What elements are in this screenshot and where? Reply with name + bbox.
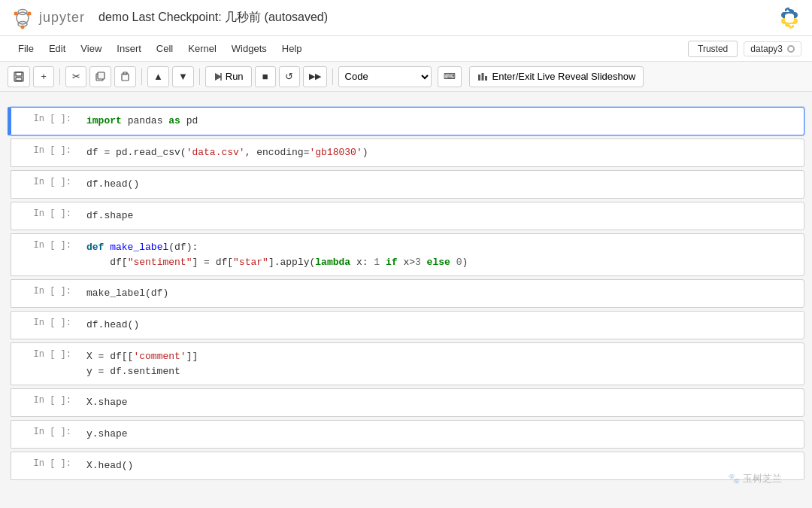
cell-row-9: In [ ]:y.shape: [11, 421, 804, 448]
cell-row-1: In [ ]:df = pd.read_csv('data.csv', enco…: [11, 139, 804, 166]
cell-4[interactable]: In [ ]:def make_label(df): df["sentiment…: [8, 233, 804, 276]
svg-rect-10: [16, 78, 22, 81]
cell-inner-0: In [ ]:import pandas as pd: [11, 107, 804, 135]
run-button[interactable]: Run: [205, 66, 252, 87]
svg-rect-9: [16, 72, 22, 76]
save-icon: [14, 71, 24, 82]
cell-inner-2: In [ ]:df.head(): [11, 170, 804, 199]
paste-icon: [120, 71, 130, 81]
cell-prompt-5: In [ ]:: [11, 280, 79, 303]
cell-7[interactable]: In [ ]:X = df[['comment']]y = df.sentime…: [8, 342, 804, 385]
menu-help[interactable]: Help: [274, 40, 310, 57]
cell-type-select[interactable]: Code Markdown Raw NBConvert: [338, 66, 432, 87]
cell-prompt-0: In [ ]:: [11, 108, 79, 130]
cell-prompt-8: In [ ]:: [11, 389, 79, 412]
svg-rect-18: [481, 73, 483, 81]
menu-file[interactable]: File: [11, 40, 41, 57]
cell-row-4: In [ ]:def make_label(df): df["sentiment…: [11, 234, 804, 275]
kernel-indicator: datapy3: [744, 41, 801, 56]
python-logo-icon: [777, 6, 801, 30]
run-icon: [214, 72, 223, 81]
separator-1: [59, 68, 60, 85]
cell-inner-6: In [ ]:df.head(): [11, 311, 804, 339]
menu-kernel[interactable]: Kernel: [180, 40, 224, 57]
code-line: X.head(): [86, 458, 796, 473]
cell-content-2[interactable]: df.head(): [79, 171, 804, 198]
menu-edit[interactable]: Edit: [41, 40, 73, 57]
cell-content-6[interactable]: df.head(): [79, 312, 804, 339]
notebook-title: demo Last Checkpoint: 几秒前 (autosaved): [98, 10, 777, 26]
cell-0[interactable]: In [ ]:import pandas as pd: [8, 107, 804, 135]
menu-cell[interactable]: Cell: [149, 40, 180, 57]
cell-6[interactable]: In [ ]:df.head(): [8, 311, 804, 339]
copy-button[interactable]: [89, 66, 111, 87]
cell-content-7[interactable]: X = df[['comment']]y = df.sentiment: [79, 343, 804, 385]
paste-button[interactable]: [114, 66, 136, 87]
svg-point-7: [790, 24, 792, 26]
cell-content-10[interactable]: X.head(): [79, 452, 804, 479]
keyboard-shortcuts-button[interactable]: ⌨: [438, 66, 462, 87]
code-line: df["sentiment"] = df["star"].apply(lambd…: [86, 255, 796, 270]
move-down-button[interactable]: ▼: [172, 66, 194, 87]
cell-inner-7: In [ ]:X = df[['comment']]y = df.sentime…: [11, 342, 804, 385]
separator-4: [332, 68, 333, 85]
cell-content-8[interactable]: X.shape: [79, 389, 804, 416]
code-line: y.shape: [86, 427, 796, 442]
cell-row-3: In [ ]:df.shape: [11, 202, 804, 230]
cell-content-5[interactable]: make_label(df): [79, 280, 804, 307]
svg-rect-17: [478, 75, 480, 81]
cell-2[interactable]: In [ ]:df.head(): [8, 170, 804, 199]
menubar: File Edit View Insert Cell Kernel Widget…: [0, 36, 812, 62]
trusted-button[interactable]: Trusted: [688, 41, 738, 57]
menubar-right: Trusted datapy3: [688, 41, 801, 57]
cell-inner-5: In [ ]:make_label(df): [11, 279, 804, 308]
cell-prompt-3: In [ ]:: [11, 202, 79, 225]
interrupt-button[interactable]: ■: [255, 66, 276, 87]
cell-content-1[interactable]: df = pd.read_csv('data.csv', encoding='g…: [79, 139, 804, 166]
kernel-status-circle: [787, 45, 795, 53]
svg-point-2: [17, 12, 29, 24]
copy-icon: [95, 71, 105, 81]
cell-content-3[interactable]: df.shape: [79, 202, 804, 230]
cell-row-7: In [ ]:X = df[['comment']]y = df.sentime…: [11, 343, 804, 385]
cell-prompt-2: In [ ]:: [11, 171, 79, 193]
code-line: make_label(df): [86, 286, 796, 301]
cell-5[interactable]: In [ ]:make_label(df): [8, 279, 804, 308]
menu-widgets[interactable]: Widgets: [224, 40, 274, 57]
cell-10[interactable]: In [ ]:X.head(): [8, 452, 804, 480]
slideshow-button[interactable]: Enter/Exit Live Reveal Slideshow: [469, 66, 644, 87]
cell-prompt-6: In [ ]:: [11, 312, 79, 334]
cell-row-5: In [ ]:make_label(df): [11, 280, 804, 307]
cell-prompt-10: In [ ]:: [11, 452, 79, 475]
code-line: X = df[['comment']]: [86, 349, 796, 364]
cell-content-9[interactable]: y.shape: [79, 421, 804, 448]
svg-point-5: [21, 25, 25, 29]
jupyter-logo-icon: [11, 6, 35, 30]
menu-view[interactable]: View: [73, 40, 109, 57]
svg-rect-12: [98, 72, 105, 79]
kernel-name-label: datapy3: [750, 44, 783, 54]
svg-point-3: [14, 11, 18, 15]
add-cell-button[interactable]: +: [33, 66, 54, 87]
separator-2: [141, 68, 142, 85]
restart-run-all-button[interactable]: ▶▶: [303, 66, 327, 87]
cell-row-2: In [ ]:df.head(): [11, 171, 804, 198]
code-line: df = pd.read_csv('data.csv', encoding='g…: [86, 145, 796, 160]
restart-button[interactable]: ↺: [279, 66, 300, 87]
move-up-button[interactable]: ▲: [147, 66, 169, 87]
cut-button[interactable]: ✂: [65, 66, 86, 87]
toolbar: + ✂ ▲ ▼ Run ■ ↺ ▶▶ Code Markdown Raw NBC…: [0, 62, 812, 92]
cell-1[interactable]: In [ ]:df = pd.read_csv('data.csv', enco…: [8, 138, 804, 167]
cell-content-0[interactable]: import pandas as pd: [79, 108, 804, 135]
cell-9[interactable]: In [ ]:y.shape: [8, 420, 804, 449]
svg-point-6: [786, 9, 788, 11]
watermark: 🐾 玉树芝兰: [728, 472, 782, 485]
jupyter-wordmark: jupyter: [39, 10, 85, 26]
cell-3[interactable]: In [ ]:df.shape: [8, 202, 804, 230]
save-button[interactable]: [8, 66, 30, 87]
cell-8[interactable]: In [ ]:X.shape: [8, 388, 804, 417]
header: jupyter demo Last Checkpoint: 几秒前 (autos…: [0, 0, 812, 36]
cell-content-4[interactable]: def make_label(df): df["sentiment"] = df…: [79, 234, 804, 275]
menu-insert[interactable]: Insert: [109, 40, 149, 57]
separator-3: [199, 68, 200, 85]
